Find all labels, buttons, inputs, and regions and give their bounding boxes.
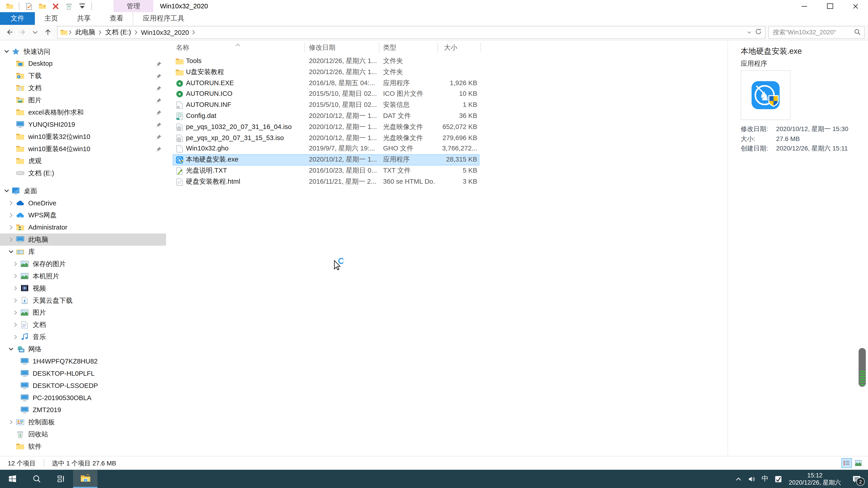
input-method-indicator[interactable]: 中: [758, 470, 772, 488]
column-header-3[interactable]: 大小: [444, 43, 457, 53]
sidebar-item[interactable]: 库: [0, 246, 166, 258]
file-row[interactable]: pe_yqs_xp_20_07_31_15_53.iso2020/10/12, …: [166, 133, 728, 143]
file-row[interactable]: U盘安装教程2020/12/26, 星期六 1...文件夹: [166, 67, 728, 78]
sidebar-item[interactable]: 文档: [0, 319, 166, 331]
file-row[interactable]: AUTORUN.ICO2015/5/10, 星期日 02...ICO 图片文件1…: [166, 89, 728, 100]
manage-context-tab[interactable]: 管理: [114, 0, 153, 12]
file-row[interactable]: Tools2020/12/26, 星期六 1...文件夹: [166, 56, 728, 67]
pin-icon[interactable]: [156, 134, 162, 139]
qat-folder-small-button[interactable]: [4, 1, 14, 11]
sidebar-item[interactable]: 1H4WPFQ7KZ8HU82: [0, 355, 166, 367]
sidebar-item[interactable]: YUNQISHI2019: [0, 119, 166, 131]
sidebar-item[interactable]: 文档 (E:): [0, 167, 166, 180]
sidebar-item[interactable]: WPS网盘: [0, 209, 166, 221]
refresh-button[interactable]: [755, 28, 762, 37]
sidebar-item[interactable]: Desktop: [0, 58, 166, 70]
file-row[interactable]: pe_yqs_1032_20_07_31_16_04.iso2020/10/12…: [166, 122, 728, 132]
thumbnail-view-button[interactable]: [853, 458, 864, 468]
address-dropdown-button[interactable]: [747, 29, 752, 36]
sidebar-item[interactable]: 音乐: [0, 331, 166, 343]
qat-delete-x-button[interactable]: [51, 1, 60, 11]
taskbar-file-explorer-button[interactable]: [73, 470, 97, 488]
qat-properties-check-button[interactable]: [24, 1, 34, 11]
search-icon[interactable]: [854, 29, 861, 37]
breadcrumb-segment[interactable]: Win10x32_2020: [139, 27, 191, 38]
minimize-button[interactable]: [792, 0, 817, 12]
sidebar-item[interactable]: Administrator: [0, 221, 166, 234]
sidebar-item[interactable]: 本机照片: [0, 270, 166, 282]
pin-icon[interactable]: [156, 85, 162, 91]
sidebar-item[interactable]: 网络: [0, 343, 166, 355]
address-bar-buttons: [747, 27, 764, 38]
file-row[interactable]: Config.dat2020/10/12, 星期一 1...DAT 文件36 K…: [166, 111, 728, 122]
tray-app-icon[interactable]: [772, 470, 785, 488]
column-header-0[interactable]: 名称: [176, 43, 189, 53]
sidebar-item[interactable]: win10重装32位win10: [0, 131, 166, 143]
file-row[interactable]: 光盘说明.TXT2016/10/23, 星期日 0...TXT 文件5 KB: [166, 165, 728, 176]
breadcrumb-segment[interactable]: 文档 (E:): [103, 27, 133, 38]
ribbon-tab-file[interactable]: 文件: [0, 12, 35, 25]
file-row[interactable]: 硬盘安装教程.html2016/11/21, 星期一 2...360 se HT…: [166, 176, 728, 187]
pin-icon[interactable]: [156, 73, 162, 78]
back-button[interactable]: [3, 26, 16, 38]
breadcrumb-segment[interactable]: 此电脑: [73, 27, 97, 38]
sidebar-item[interactable]: OneDrive: [0, 197, 166, 209]
file-row[interactable]: ♞本地硬盘安装.exe2020/10/12, 星期一 1...应用程序28,31…: [166, 155, 728, 165]
qat-recycle-small-button[interactable]: [64, 1, 74, 11]
file-row[interactable]: AUTORUN.EXE2016/1/8, 星期五 04:...应用程序1,926…: [166, 78, 728, 89]
ribbon-tab-主页[interactable]: 主页: [35, 12, 67, 25]
qat-new-folder-button[interactable]: [37, 1, 47, 11]
sidebar-item[interactable]: DESKTOP-HL0PLFL: [0, 367, 166, 380]
sidebar-item[interactable]: 桌面: [0, 185, 166, 197]
sidebar-item[interactable]: 文档: [0, 82, 166, 94]
sidebar-item[interactable]: 快速访问: [0, 45, 166, 58]
close-button[interactable]: [842, 0, 868, 12]
tray-expand-button[interactable]: [732, 470, 745, 488]
forward-button[interactable]: [16, 26, 28, 38]
sidebar-item[interactable]: 下载: [0, 70, 166, 82]
sidebar-item[interactable]: 视频: [0, 282, 166, 294]
ribbon-tab-共享[interactable]: 共享: [68, 12, 100, 25]
qat-qat-dropdown-button[interactable]: [77, 1, 87, 11]
ribbon-tab-apptools[interactable]: 应用程序工具: [133, 12, 194, 25]
sidebar-item[interactable]: DESKTOP-LSSOEDP: [0, 380, 166, 392]
pin-icon[interactable]: [156, 109, 162, 115]
maximize-button[interactable]: [817, 0, 843, 12]
task-view-button[interactable]: [49, 470, 73, 488]
details-view-button[interactable]: [841, 458, 852, 468]
volume-button[interactable]: [745, 470, 758, 488]
sidebar-item[interactable]: 虎观: [0, 155, 166, 167]
sidebar-item[interactable]: 图片: [0, 94, 166, 106]
file-row[interactable]: Win10x32.gho2019/9/7, 星期六 19:...GHO 文件3,…: [166, 143, 728, 154]
address-bar[interactable]: 此电脑文档 (E:)Win10x32_2020: [57, 26, 766, 39]
sidebar-item[interactable]: ZMT2019: [0, 404, 166, 416]
sidebar-item[interactable]: PC-20190530OBLA: [0, 392, 166, 404]
pin-icon[interactable]: [156, 146, 162, 152]
column-header-1[interactable]: 修改日期: [309, 43, 336, 53]
ribbon-tab-查看[interactable]: 查看: [100, 12, 133, 25]
start-button[interactable]: [0, 470, 24, 488]
action-center-button[interactable]: 2: [845, 470, 868, 488]
file-row[interactable]: AUTORUN.INF2015/5/10, 星期日 02...安装信息1 KB: [166, 100, 728, 110]
ribbon-tab-row: 文件主页共享查看应用程序工具: [0, 12, 868, 26]
sidebar-item[interactable]: win10重装64位win10: [0, 143, 166, 155]
sidebar-item[interactable]: 天翼云盘下载: [0, 294, 166, 306]
sidebar-item[interactable]: 图片: [0, 306, 166, 319]
pin-icon[interactable]: [156, 97, 162, 103]
column-header-2[interactable]: 类型: [383, 43, 397, 53]
pin-icon[interactable]: [156, 122, 162, 127]
pin-icon[interactable]: [156, 61, 162, 66]
search-box[interactable]: 搜索"Win10x32_2020": [768, 26, 865, 39]
sidebar-item[interactable]: 软件: [0, 440, 166, 453]
sidebar-item-label: 回收站: [28, 430, 48, 439]
sidebar-item[interactable]: excel表格制作求和: [0, 106, 166, 119]
sidebar-item[interactable]: 回收站: [0, 428, 166, 441]
taskbar-search-button[interactable]: [24, 470, 49, 488]
sidebar-item[interactable]: 此电脑: [0, 233, 166, 246]
taskbar-clock[interactable]: 15:12 2020/12/26, 星期六: [785, 472, 845, 486]
up-button[interactable]: [41, 26, 54, 38]
sidebar-item[interactable]: 保存的图片: [0, 258, 166, 270]
sidebar-item[interactable]: 控制面板: [0, 416, 166, 428]
screen-edge-widget: [859, 348, 866, 387]
recent-locations-dropdown[interactable]: [29, 26, 41, 38]
